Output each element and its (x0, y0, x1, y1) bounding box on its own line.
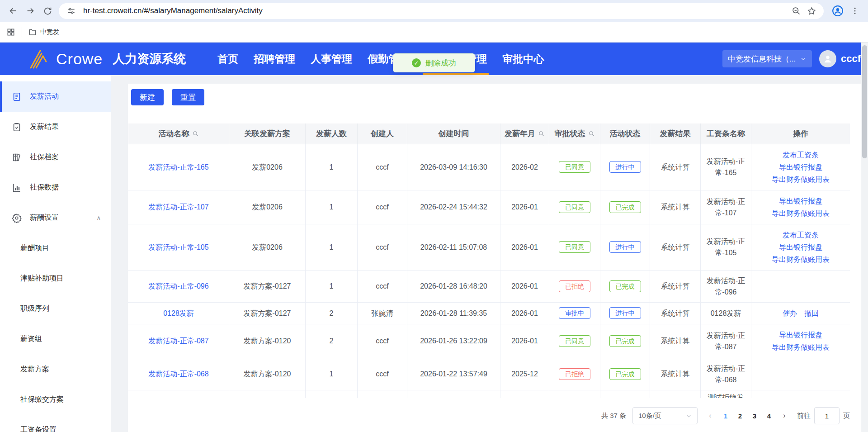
reset-button[interactable]: 重置 (172, 89, 204, 105)
page-scrollbar[interactable] (861, 43, 868, 432)
cell-count: 2 (306, 324, 358, 358)
cell-creator: 张婉清 (358, 302, 407, 324)
cell-plan (229, 390, 306, 398)
op-link-导出银行报盘[interactable]: 导出银行报盘 (755, 329, 846, 341)
cell-creator: cccf (358, 358, 407, 390)
column-header-创建时间: 创建时间 (407, 123, 500, 144)
cell-result: 系统计算 (650, 144, 701, 190)
column-header-审批状态[interactable]: 审批状态 (549, 123, 600, 144)
nav-item-招聘管理[interactable]: 招聘管理 (254, 43, 295, 75)
sidebar-item-薪酬项目[interactable]: 薪酬项目 (0, 233, 111, 263)
op-link-催办[interactable]: 催办 (783, 307, 797, 319)
scrollbar-thumb[interactable] (862, 45, 867, 158)
site-info-icon[interactable] (63, 3, 79, 19)
activity-status-badge: 进行中 (609, 161, 641, 173)
reload-icon[interactable] (39, 2, 56, 19)
activity-link[interactable]: 发薪活动-正常-087 (148, 337, 208, 345)
sidebar-item-label: 职级序列 (20, 304, 49, 313)
column-header-label: 审批状态 (555, 128, 585, 139)
op-link-导出银行报盘[interactable]: 导出银行报盘 (755, 195, 846, 207)
sidebar-item-薪酬设置[interactable]: 薪酬设置∧ (0, 203, 111, 233)
nav-item-人事管理[interactable]: 人事管理 (311, 43, 352, 75)
column-header-活动名称[interactable]: 活动名称 (128, 123, 229, 144)
sidebar-item-社保档案[interactable]: 社保档案 (0, 142, 111, 172)
page-number-3[interactable]: 3 (747, 408, 762, 423)
sidebar-item-发薪方案[interactable]: 发薪方案 (0, 354, 111, 385)
column-header-发薪年月[interactable]: 发薪年月 (500, 123, 549, 144)
zoom-icon[interactable] (788, 3, 804, 19)
sidebar-item-社保缴交方案[interactable]: 社保缴交方案 (0, 385, 111, 415)
cell-creator: cccf (358, 190, 407, 224)
chevron-down-icon (686, 413, 692, 419)
nav-item-首页[interactable]: 首页 (217, 43, 238, 75)
cell-count: 1 (306, 144, 358, 190)
toast-text: 删除成功 (425, 58, 456, 68)
user-menu[interactable]: cccf (819, 50, 861, 67)
cell-plan: 发薪0206 (229, 190, 306, 224)
activity-link[interactable]: 0128发薪 (163, 309, 194, 317)
pager: ‹ 1234 › (704, 408, 791, 423)
apps-grid-icon[interactable] (6, 28, 15, 37)
op-link-导出银行报盘[interactable]: 导出银行报盘 (755, 241, 846, 253)
column-search-icon[interactable] (192, 130, 199, 137)
op-link-导出财务做账用表[interactable]: 导出财务做账用表 (755, 341, 846, 353)
column-header-label: 发薪结果 (660, 128, 691, 139)
cell-activity-status: 进行中 (600, 224, 650, 270)
nav-item-审批中心[interactable]: 审批中心 (502, 43, 544, 75)
activity-link[interactable]: 发薪活动-正常-107 (148, 203, 208, 211)
table-row: 0128发薪发薪方案-01272张婉清2026-01-28 11:39:3520… (128, 302, 850, 324)
bookmark-folder[interactable]: 中竞发 (28, 28, 59, 36)
address-bar[interactable]: hr-test.croweit.cn/#/salaryManagement/sa… (59, 3, 824, 19)
goto-page-input[interactable] (814, 407, 840, 424)
star-icon[interactable] (804, 3, 819, 19)
page-number-4[interactable]: 4 (762, 408, 776, 423)
column-search-icon[interactable] (588, 130, 595, 137)
page-number-2[interactable]: 2 (733, 408, 747, 423)
op-link-发布工资条[interactable]: 发布工资条 (755, 149, 846, 161)
sidebar-item-发薪活动[interactable]: 发薪活动 (0, 81, 111, 112)
forward-icon[interactable] (22, 2, 39, 19)
cell-plan: 发薪0206 (229, 224, 306, 270)
cell-result: 系统计算 (650, 358, 701, 390)
create-button[interactable]: 新建 (131, 89, 164, 105)
op-link-导出财务做账用表[interactable]: 导出财务做账用表 (755, 207, 846, 219)
cell-payslip-name: 发薪活动-正常-165 (701, 144, 751, 190)
back-icon[interactable] (5, 2, 22, 19)
activity-link[interactable]: 发薪活动-正常-068 (148, 370, 208, 378)
op-link-导出银行报盘[interactable]: 导出银行报盘 (755, 161, 846, 173)
bar-chart-icon (12, 183, 22, 193)
op-link-导出财务做账用表[interactable]: 导出财务做账用表 (755, 173, 846, 185)
menu-dots-icon[interactable] (846, 2, 863, 19)
company-select[interactable]: 中竞发信息科技（... (722, 50, 812, 67)
activity-status-badge: 进行中 (609, 307, 641, 319)
column-search-icon[interactable] (538, 130, 545, 137)
cell-created-time: 2026-01-26 13:22:09 (407, 324, 500, 358)
table-header-row: 活动名称关联发薪方案发薪人数创建人创建时间发薪年月审批状态活动状态发薪结果工资条… (128, 123, 850, 144)
op-link-撤回[interactable]: 撤回 (804, 307, 819, 319)
sidebar-item-工资条设置[interactable]: 工资条设置 (0, 415, 111, 432)
op-link-发布工资条[interactable]: 发布工资条 (755, 229, 846, 241)
prev-page-icon[interactable]: ‹ (704, 412, 717, 420)
activity-link[interactable]: 发薪活动-正常-105 (148, 243, 208, 251)
goto-label: 前往 (797, 412, 811, 420)
page-number-1[interactable]: 1 (718, 408, 733, 423)
url-text[interactable]: hr-test.croweit.cn/#/salaryManagement/sa… (83, 6, 788, 15)
activity-link[interactable]: 发薪活动-正常-165 (148, 163, 208, 171)
activity-link[interactable]: 发薪活动-正常-096 (148, 282, 208, 290)
sidebar-item-发薪结果[interactable]: 发薪结果 (0, 112, 111, 142)
sidebar-item-薪资组[interactable]: 薪资组 (0, 324, 111, 354)
page-size-select[interactable]: 10条/页 (632, 407, 698, 424)
cell-payslip-name: 0128发薪 (701, 302, 751, 324)
column-header-label: 活动状态 (610, 128, 641, 139)
sidebar-item-社保数据[interactable]: 社保数据 (0, 172, 111, 203)
clipboard-check-icon (12, 122, 22, 132)
sidebar-item-职级序列[interactable]: 职级序列 (0, 294, 111, 324)
cell-payslip-name: 发薪活动-正常-096 (701, 270, 751, 302)
op-link-导出财务做账用表[interactable]: 导出财务做账用表 (755, 253, 846, 266)
sidebar-item-津贴补助项目[interactable]: 津贴补助项目 (0, 263, 111, 294)
page-numbers: 1234 (718, 408, 776, 423)
sidebar-item-label: 薪酬项目 (20, 243, 49, 253)
next-page-icon[interactable]: › (778, 412, 791, 420)
cell-month: 2026-02 (500, 144, 549, 190)
profile-icon[interactable] (829, 2, 846, 19)
